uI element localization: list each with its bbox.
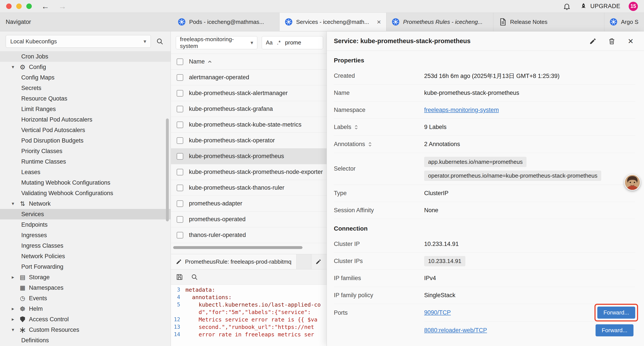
kubeconfig-selector[interactable]: Local Kubeconfigs ▾: [6, 35, 151, 48]
sidebar-item[interactable]: Pod Disruption Budgets: [0, 135, 170, 146]
row-checkbox[interactable]: [177, 169, 183, 175]
sidebar-item[interactable]: Events: [0, 293, 170, 304]
close-icon[interactable]: ×: [626, 36, 635, 46]
sidebar-item[interactable]: Custom Resources: [0, 325, 170, 335]
sidebar-item[interactable]: Helm: [0, 304, 170, 314]
sidebar-item[interactable]: Secrets: [0, 83, 170, 93]
namespace-filter-select[interactable]: freeleaps-monitoring-system ▾: [176, 36, 257, 49]
tab[interactable]: Release Notes ×: [494, 13, 604, 31]
sidebar-item[interactable]: Config Maps: [0, 72, 170, 83]
table-row[interactable]: kube-prometheus-stack-prometheus: [171, 148, 326, 164]
table-row[interactable]: kube-prometheus-stack-operator: [171, 133, 326, 148]
sidebar-scrollbar[interactable]: [166, 118, 169, 221]
table-row[interactable]: kube-prometheus-stack-kube-state-metrics: [171, 117, 326, 133]
navigator-tree: Cron Jobs Config Config Maps Secrets: [0, 51, 170, 346]
line-text: error rate in freeleaps metrics ser: [186, 331, 314, 338]
row-checkbox[interactable]: [177, 200, 183, 207]
sidebar-item[interactable]: Endpoints: [0, 219, 170, 230]
save-icon[interactable]: [175, 273, 184, 281]
sidebar-search-icon[interactable]: [155, 36, 165, 46]
tab[interactable]: Services - icecheng@math... ×: [280, 13, 386, 31]
tab[interactable]: Argo S ×: [604, 13, 644, 31]
row-checkbox[interactable]: [177, 216, 183, 223]
table-row[interactable]: kube-prometheus-stack-prometheus-node-ex…: [171, 164, 326, 180]
namespace-link[interactable]: freeleaps-monitoring-system: [424, 107, 499, 113]
upgrade-button[interactable]: UPGRADE: [580, 3, 620, 10]
port-link[interactable]: 8080:reloader-web/TCP: [424, 327, 487, 334]
table-row[interactable]: thanos-ruler-operated: [171, 227, 326, 243]
forward-button[interactable]: Forward...: [597, 307, 635, 319]
sidebar-item[interactable]: Priority Classes: [0, 146, 170, 156]
sidebar-item[interactable]: Storage: [0, 272, 170, 283]
sidebar-item[interactable]: Limit Ranges: [0, 104, 170, 114]
select-all-checkbox[interactable]: [177, 58, 183, 65]
row-checkbox[interactable]: [177, 137, 183, 144]
row-checkbox[interactable]: [177, 122, 183, 128]
sidebar-item-label: Access Control: [29, 316, 69, 323]
tab-icon: [610, 18, 618, 26]
sidebar-item[interactable]: Ingresses: [0, 230, 170, 240]
sidebar-item[interactable]: Config: [0, 62, 170, 72]
sort-toggle-icon[interactable]: [367, 142, 373, 147]
yaml-editor[interactable]: 3 metadata: 4 annotations: 5 kubectl.kub…: [171, 285, 326, 346]
port-link[interactable]: 9090/TCP: [424, 309, 451, 316]
zoom-window-button[interactable]: [26, 3, 32, 9]
sidebar-item[interactable]: Definitions: [0, 335, 170, 346]
row-checkbox[interactable]: [177, 232, 183, 239]
tab-close-icon[interactable]: ×: [377, 18, 381, 25]
minimize-window-button[interactable]: [16, 3, 22, 9]
forward-button-highlight: Forward...: [594, 304, 638, 322]
forward-icon[interactable]: →: [58, 2, 66, 10]
dock-tab[interactable]: PrometheusRule: freeleaps-prod-rabbitmq: [171, 254, 296, 269]
table-row[interactable]: kube-prometheus-stack-grafana: [171, 101, 326, 117]
user-avatar[interactable]: [624, 174, 640, 191]
property-label: Ports: [334, 310, 348, 316]
editor-search-icon[interactable]: [190, 273, 198, 281]
table-row[interactable]: alertmanager-operated: [171, 70, 326, 85]
row-checkbox[interactable]: [177, 185, 183, 191]
sidebar-item[interactable]: Services: [0, 209, 170, 219]
row-checkbox[interactable]: [177, 74, 183, 81]
close-window-button[interactable]: [6, 3, 12, 9]
table-row[interactable]: prometheus-adapter: [171, 196, 326, 212]
row-checkbox[interactable]: [177, 106, 183, 112]
sidebar-item[interactable]: Ingress Classes: [0, 240, 170, 251]
sidebar-item[interactable]: Mutating Webhook Configurations: [0, 177, 170, 188]
sidebar-item[interactable]: Port Forwarding: [0, 262, 170, 272]
services-list-panel: freeleaps-monitoring-system ▾ Aa .* prom…: [171, 31, 326, 346]
service-name: kube-prometheus-stack-thanos-ruler: [189, 184, 284, 191]
sidebar-item[interactable]: Resource Quotas: [0, 93, 170, 104]
notifications-bell-icon[interactable]: [562, 2, 572, 11]
sidebar-item[interactable]: Network Policies: [0, 251, 170, 262]
sidebar-item[interactable]: Horizontal Pod Autoscalers: [0, 114, 170, 125]
sidebar-item[interactable]: Access Control: [0, 314, 170, 325]
sidebar-item[interactable]: Namespaces: [0, 283, 170, 293]
sidebar-item[interactable]: Runtime Classes: [0, 156, 170, 167]
property-row-session-affinity: Session Affinity None: [334, 202, 635, 219]
back-icon[interactable]: ←: [42, 2, 49, 10]
line-text: annotations:: [186, 294, 232, 301]
sidebar-item[interactable]: Vertical Pod Autoscalers: [0, 125, 170, 135]
delete-icon[interactable]: [607, 36, 616, 46]
dock-tab-next[interactable]: [311, 254, 326, 269]
table-row[interactable]: prometheus-operated: [171, 212, 326, 227]
forward-button[interactable]: Forward...: [596, 324, 634, 336]
edit-icon[interactable]: [588, 36, 598, 46]
table-row[interactable]: kube-prometheus-stack-alertmanager: [171, 85, 326, 101]
sidebar-item[interactable]: Leases: [0, 167, 170, 177]
name-column-header[interactable]: Name: [189, 58, 212, 65]
row-checkbox[interactable]: [177, 90, 183, 97]
match-case-toggle[interactable]: Aa: [266, 39, 273, 46]
tab[interactable]: Pods - icecheng@mathmas... ×: [172, 13, 280, 31]
sort-toggle-icon[interactable]: [354, 125, 359, 130]
sidebar-item[interactable]: Cron Jobs: [0, 51, 170, 62]
row-checkbox[interactable]: [177, 153, 183, 160]
tab[interactable]: Prometheus Rules - icecheng... ×: [386, 13, 494, 31]
table-row[interactable]: kube-prometheus-stack-thanos-ruler: [171, 180, 326, 196]
sidebar-item[interactable]: Network: [0, 198, 170, 209]
notification-count-badge[interactable]: 15: [629, 2, 638, 11]
horizontal-scrollbar-thumb[interactable]: [173, 246, 302, 249]
search-input[interactable]: Aa .* prome: [262, 36, 323, 49]
regex-toggle[interactable]: .*: [277, 39, 281, 46]
sidebar-item[interactable]: Validating Webhook Configurations: [0, 188, 170, 198]
